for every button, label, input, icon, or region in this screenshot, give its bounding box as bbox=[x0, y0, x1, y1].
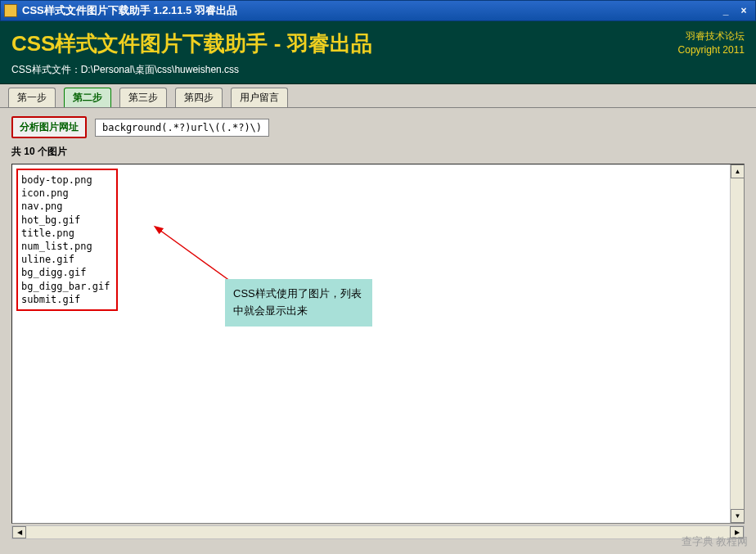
tab-step-3[interactable]: 第三步 bbox=[119, 88, 167, 107]
tab-step-4[interactable]: 第四步 bbox=[175, 88, 223, 107]
list-item: hot_bg.gif bbox=[21, 214, 110, 227]
list-item: nav.png bbox=[21, 200, 110, 213]
tab-step-1[interactable]: 第一步 bbox=[8, 88, 56, 107]
window-controls: _ × bbox=[718, 2, 752, 19]
file-path-display: CSS样式文件：D:\Personal\桌面\css\huweishen.css bbox=[11, 63, 745, 77]
list-item: bg_digg.gif bbox=[21, 266, 110, 279]
list-item: uline.gif bbox=[21, 253, 110, 266]
list-item: body-top.png bbox=[21, 173, 110, 187]
list-item: num_list.png bbox=[21, 240, 110, 253]
analyze-button[interactable]: 分析图片网址 bbox=[11, 116, 87, 138]
result-panel: body-top.png icon.png nav.png hot_bg.gif… bbox=[11, 164, 745, 524]
vertical-scrollbar[interactable]: ▲ ▼ bbox=[730, 164, 744, 523]
count-value: 10 bbox=[24, 146, 34, 157]
watermark-text: 查字典 教程网 bbox=[682, 534, 748, 549]
path-prefix: CSS样式文件： bbox=[11, 64, 81, 75]
arrow-annotation-icon bbox=[151, 222, 250, 287]
scroll-down-icon[interactable]: ▼ bbox=[731, 509, 745, 523]
tab-step-2[interactable]: 第二步 bbox=[64, 88, 111, 107]
svg-line-0 bbox=[160, 230, 233, 283]
copyright-text: Copyright 2011 bbox=[678, 43, 745, 57]
step-tabs: 第一步 第二步 第三步 第四步 用户留言 bbox=[0, 84, 756, 108]
main-content: 分析图片网址 background(.*?)url\((.*?)\) 共 10 … bbox=[0, 108, 756, 547]
list-item: title.png bbox=[21, 227, 110, 240]
close-button[interactable]: × bbox=[736, 2, 752, 19]
window-titlebar: CSS样式文件图片下载助手 1.2.11.5 羽睿出品 _ × bbox=[0, 0, 756, 21]
app-header: CSS样式文件图片下载助手 - 羽睿出品 羽睿技术论坛 Copyright 20… bbox=[0, 21, 756, 84]
horizontal-scrollbar[interactable]: ◀ ▶ bbox=[11, 525, 745, 539]
scroll-left-icon[interactable]: ◀ bbox=[12, 526, 26, 538]
regex-display[interactable]: background(.*?)url\((.*?)\) bbox=[95, 119, 269, 137]
scroll-up-icon[interactable]: ▲ bbox=[731, 164, 745, 178]
list-item: bg_digg_bar.gif bbox=[21, 280, 110, 293]
app-title: CSS样式文件图片下载助手 - 羽睿出品 bbox=[11, 29, 372, 58]
annotation-tooltip: CSS样式使用了图片，列表中就会显示出来 bbox=[225, 279, 372, 327]
app-icon bbox=[4, 4, 17, 17]
path-value: D:\Personal\桌面\css\huweishen.css bbox=[81, 64, 239, 75]
tab-feedback[interactable]: 用户留言 bbox=[231, 88, 288, 107]
forum-link[interactable]: 羽睿技术论坛 bbox=[678, 29, 745, 43]
minimize-button[interactable]: _ bbox=[718, 2, 734, 19]
file-list-box[interactable]: body-top.png icon.png nav.png hot_bg.gif… bbox=[16, 169, 118, 311]
image-count-label: 共 10 个图片 bbox=[11, 145, 745, 159]
list-item: submit.gif bbox=[21, 293, 110, 306]
window-title: CSS样式文件图片下载助手 1.2.11.5 羽睿出品 bbox=[22, 3, 718, 18]
list-item: icon.png bbox=[21, 187, 110, 200]
